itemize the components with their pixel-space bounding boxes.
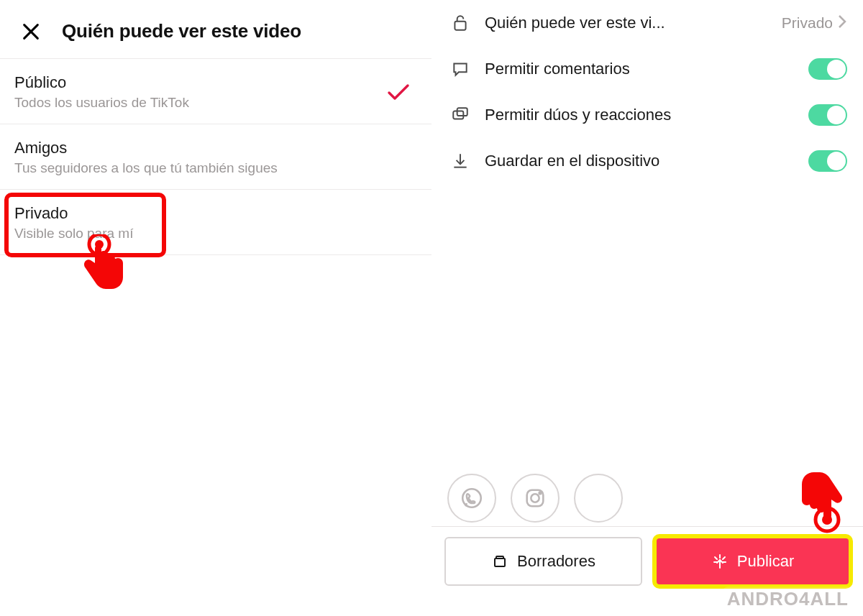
share-row: [447, 474, 623, 523]
share-whatsapp-icon[interactable]: [447, 474, 496, 523]
svg-rect-5: [453, 111, 463, 119]
tap-indicator-icon: [78, 234, 128, 302]
option-subtitle: Todos los usuarios de TikTok: [14, 95, 387, 111]
save-row[interactable]: Guardar en el dispositivo: [432, 138, 863, 184]
svg-rect-12: [496, 556, 503, 558]
panel-title: Quién puede ver este video: [62, 20, 301, 42]
svg-rect-11: [495, 558, 505, 566]
privacy-row[interactable]: Quién puede ver este vi... Privado: [432, 0, 863, 46]
svg-point-9: [531, 494, 539, 502]
privacy-option-friends[interactable]: Amigos Tus seguidores a los que tú tambi…: [0, 124, 432, 190]
drafts-label: Borradores: [517, 552, 595, 571]
publish-label: Publicar: [737, 552, 794, 571]
drafts-button[interactable]: Borradores: [444, 537, 642, 586]
privacy-option-private[interactable]: Privado Visible solo para mí: [0, 190, 432, 255]
comments-row[interactable]: Permitir comentarios: [432, 46, 863, 92]
option-title: Amigos: [14, 139, 417, 157]
setting-value: Privado: [782, 14, 833, 32]
duets-row[interactable]: Permitir dúos y reacciones: [432, 92, 863, 138]
comments-toggle[interactable]: [808, 58, 847, 80]
bottom-action-bar: Borradores Publicar: [432, 526, 863, 616]
download-icon: [447, 152, 473, 170]
post-settings-panel: Quién puede ver este vi... Privado Permi…: [432, 0, 863, 616]
publish-button[interactable]: Publicar: [655, 537, 850, 586]
close-icon[interactable]: [20, 21, 42, 42]
duets-toggle[interactable]: [808, 104, 847, 126]
svg-rect-6: [457, 108, 467, 116]
option-subtitle: Visible solo para mí: [14, 226, 417, 242]
lock-icon: [447, 14, 473, 32]
panel-header: Quién puede ver este video: [0, 0, 432, 59]
option-subtitle: Tus seguidores a los que tú también sigu…: [14, 160, 417, 176]
share-instagram-icon[interactable]: [511, 474, 560, 523]
svg-line-14: [715, 557, 717, 559]
setting-label: Guardar en el dispositivo: [485, 152, 808, 170]
save-toggle[interactable]: [808, 150, 847, 172]
comment-icon: [447, 60, 473, 78]
svg-point-10: [539, 492, 542, 495]
svg-point-19: [822, 515, 832, 525]
checkmark-icon: [387, 83, 410, 101]
setting-label: Permitir dúos y reacciones: [485, 106, 808, 124]
duet-icon: [447, 106, 473, 124]
chevron-right-icon: [837, 14, 847, 32]
svg-line-15: [723, 557, 725, 559]
privacy-selector-panel: Quién puede ver este video Público Todos…: [0, 0, 432, 616]
share-facebook-icon[interactable]: [574, 474, 623, 523]
setting-label: Quién puede ver este vi...: [485, 14, 782, 32]
svg-rect-4: [455, 22, 465, 30]
option-title: Público: [14, 73, 387, 92]
setting-label: Permitir comentarios: [485, 60, 808, 78]
privacy-option-public[interactable]: Público Todos los usuarios de TikTok: [0, 59, 432, 124]
option-title: Privado: [14, 204, 417, 223]
